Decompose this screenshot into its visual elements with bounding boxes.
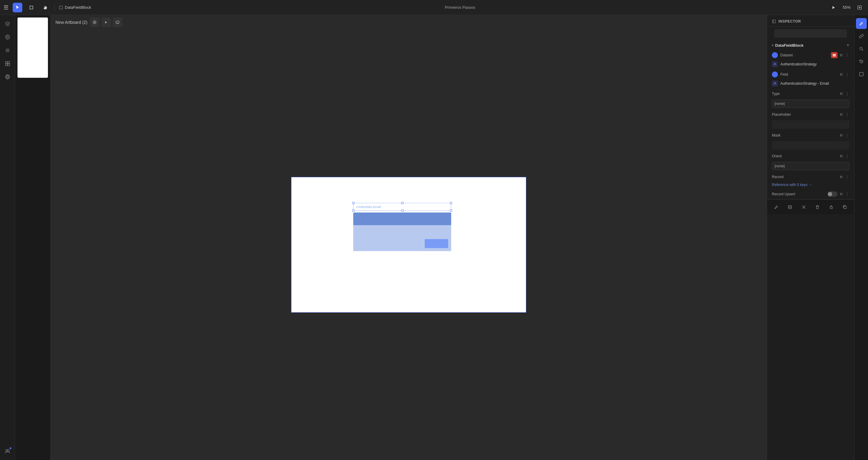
svg-rect-24 [830,207,832,209]
menu-icon[interactable]: ☰ [4,4,8,11]
svg-rect-1 [59,6,62,9]
section-title: ▾ DataFieldBlock [772,43,804,48]
handle-bm[interactable] [401,210,403,212]
dataset-row: Dataset f0 ⋮ [767,50,854,60]
mask-input-row [767,140,854,151]
sidebar-icon-layers[interactable] [2,18,13,30]
mask-input[interactable] [772,141,849,150]
edit-button[interactable] [772,202,781,212]
auth-email-label: AuthenticationStrategy - Email [780,82,829,86]
edit-active-button[interactable] [856,18,867,29]
copy-button[interactable] [841,202,849,212]
delete-button[interactable] [813,202,822,212]
auth-strategy-icon [772,61,778,67]
sidebar-icon-assets[interactable] [2,44,13,56]
svg-rect-27 [860,72,863,76]
search-bar-area [767,27,854,39]
share-button[interactable] [855,3,864,12]
inspector-search[interactable] [774,29,847,38]
record-reference-link[interactable]: Reference with 0 keys → [772,183,812,187]
topbar-left: ☰ DataFieldBlock [4,3,91,12]
image-button[interactable] [786,202,795,212]
placeholder-label: Placeholder [772,113,838,117]
type-input[interactable]: [none] [772,99,849,108]
datafieldblock-section: ▾ DataFieldBlock + Dataset f0 ⋮ [767,39,854,199]
widget-action-button[interactable] [425,239,448,248]
sidebar-icon-components[interactable] [2,31,13,43]
svg-rect-9 [8,64,10,66]
widget-wrapper[interactable]: credentials.email [353,203,451,251]
add-section-button[interactable]: + [846,42,849,48]
orient-menu[interactable]: ⋮ [845,154,849,159]
handle-br[interactable] [450,210,452,212]
artboard-thumbnail[interactable] [18,18,48,78]
close-button[interactable] [799,202,808,212]
tool-separator [54,4,55,10]
record-upsert-f0-badge: f0 [840,192,843,196]
handle-tr[interactable] [450,202,452,204]
svg-rect-6 [5,61,7,63]
far-right-panel [854,15,868,460]
placeholder-row: Placeholder f0 ⋮ [767,110,854,119]
play-canvas-button[interactable] [101,18,111,27]
handle-bl[interactable] [352,210,354,212]
record-menu[interactable]: ⋮ [845,175,849,179]
handle-tm[interactable] [401,202,403,204]
collab-icon[interactable] [2,446,13,457]
lock-button[interactable] [827,202,836,212]
field-menu[interactable]: ⋮ [845,72,849,77]
orient-input[interactable]: [none] [772,162,849,170]
main-layout: New Artboard (2) [0,15,868,460]
widget-body [353,213,451,251]
dataset-menu[interactable]: ⋮ [845,53,849,58]
placeholder-input[interactable] [772,120,849,129]
dataset-type-icon [831,52,838,58]
field-f0-badge: f0 [840,73,843,76]
toggle-knob [828,192,832,196]
filename-label: DataFieldBlock [65,5,91,10]
topbar: ☰ DataFieldBlock Primeiros Passos 55% [0,0,868,15]
search-button[interactable] [856,43,867,54]
record-reference-row: Reference with 0 keys → [767,182,854,189]
inspector-icon [772,19,776,24]
record-upsert-toggle[interactable] [827,191,838,197]
handle-tl[interactable] [352,202,354,204]
orient-value: [none] [775,164,784,168]
sidebar-icon-grid[interactable] [2,58,13,69]
history-button[interactable] [856,56,867,67]
play-button[interactable] [829,3,838,12]
mask-menu[interactable]: ⋮ [845,133,849,138]
svg-point-4 [5,35,10,39]
type-label: Type [772,92,838,96]
svg-rect-0 [30,6,33,9]
tool-hand[interactable] [40,3,50,12]
artboard: credentials.email [291,177,526,313]
auth-strategy-sub: AuthenticationStrategy [767,60,854,70]
orient-label: Orient [772,154,838,158]
preview-button[interactable] [90,18,99,27]
sidebar-icon-globe[interactable] [2,71,13,83]
canvas-toolbar: New Artboard (2) [51,15,767,30]
field-circle-icon [772,71,778,78]
placeholder-menu[interactable]: ⋮ [845,112,849,117]
placeholder-f0-badge: f0 [840,113,843,116]
widget-content-area [353,225,451,251]
screen-button[interactable] [113,18,122,27]
svg-rect-18 [833,54,836,55]
record-row: Record f0 ⋮ [767,172,854,182]
left-sidebar [0,15,15,460]
type-row: Type f0 ⋮ [767,89,854,98]
inspector-bottom-toolbar [767,199,854,214]
tool-select[interactable] [13,3,22,12]
tool-crop[interactable] [27,3,36,12]
zoom-level[interactable]: 55% [843,5,850,10]
responsive-button[interactable] [856,69,867,80]
inspector-label: INSPECTOR [778,19,801,24]
canvas-scroll[interactable]: credentials.email [51,30,767,460]
collab-badge [9,447,12,450]
filename-tag: DataFieldBlock [59,5,91,10]
link-button[interactable] [856,31,867,41]
record-upsert-menu[interactable]: ⋮ [845,192,849,196]
orient-row: Orient f0 ⋮ [767,151,854,161]
type-menu[interactable]: ⋮ [845,91,849,96]
